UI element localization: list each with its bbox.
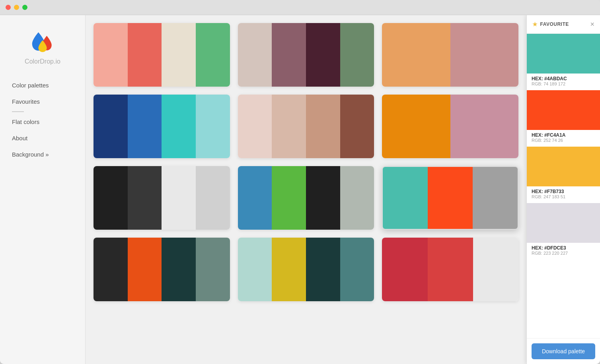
traffic-lights xyxy=(6,5,27,10)
color-swatch xyxy=(340,166,374,230)
color-swatch xyxy=(450,95,518,158)
logo-area: ColorDrop.io xyxy=(0,23,85,73)
panel-color-info: HEX: #F7B733 RGB: 247 183 51 xyxy=(527,186,600,203)
app-body: ColorDrop.io Color palettes Favourites F… xyxy=(0,15,600,364)
color-swatch xyxy=(306,238,340,301)
app-window: ColorDrop.io Color palettes Favourites F… xyxy=(0,0,600,364)
star-icon: ★ xyxy=(532,21,538,27)
palette-card[interactable] xyxy=(382,23,518,87)
color-swatch xyxy=(473,238,518,301)
color-swatch xyxy=(272,23,306,87)
nav-items: Color palettes Favourites Flat colors Ab… xyxy=(0,73,85,167)
panel-color-swatch xyxy=(527,34,600,74)
color-swatch xyxy=(450,23,518,87)
panel-color-item[interactable]: HEX: #FC4A1A RGB: 252 74 26 xyxy=(527,90,600,147)
color-swatch xyxy=(306,166,340,230)
palette-card[interactable] xyxy=(94,95,230,158)
palette-card[interactable] xyxy=(94,23,230,87)
maximize-button[interactable] xyxy=(22,5,27,10)
titlebar xyxy=(0,0,600,15)
color-swatch xyxy=(196,238,230,301)
color-swatch xyxy=(94,238,128,301)
panel-color-swatch xyxy=(527,203,600,243)
color-swatch xyxy=(340,95,374,158)
panel-color-hex: HEX: #DFDCE3 xyxy=(532,245,595,251)
panel-download: Download palette xyxy=(527,338,600,364)
color-swatch xyxy=(94,23,128,87)
main-content xyxy=(86,15,526,364)
color-swatch xyxy=(196,23,230,87)
palette-card[interactable] xyxy=(382,95,518,158)
panel-color-rgb: RGB: 223 220 227 xyxy=(532,251,595,256)
palette-card[interactable] xyxy=(94,238,230,301)
panel-color-hex: HEX: #FC4A1A xyxy=(532,132,595,138)
close-panel-button[interactable]: × xyxy=(590,21,594,28)
color-swatch xyxy=(382,23,450,87)
color-swatch xyxy=(306,23,340,87)
palette-card[interactable] xyxy=(382,238,518,301)
color-swatch xyxy=(162,166,196,230)
panel-color-rgb: RGB: 247 183 51 xyxy=(532,194,595,199)
color-swatch xyxy=(238,238,272,301)
panel-color-item[interactable]: HEX: #4ABDAC RGB: 74 189 172 xyxy=(527,34,600,90)
color-swatch xyxy=(162,95,196,158)
sidebar-item-color-palettes[interactable]: Color palettes xyxy=(0,77,85,93)
palette-card[interactable] xyxy=(238,95,374,158)
color-swatch xyxy=(196,166,230,230)
panel-color-hex: HEX: #4ABDAC xyxy=(532,76,595,81)
panel-colors: HEX: #4ABDAC RGB: 74 189 172 HEX: #FC4A1… xyxy=(527,34,600,338)
color-swatch xyxy=(128,95,162,158)
sidebar-item-favourites[interactable]: Favourites xyxy=(0,93,85,110)
palette-card[interactable] xyxy=(238,23,374,87)
panel-favourite-label: ★ FAVOURITE xyxy=(532,21,569,27)
color-swatch xyxy=(272,238,306,301)
color-swatch xyxy=(128,23,162,87)
color-swatch xyxy=(238,95,272,158)
logo-text: ColorDrop.io xyxy=(25,58,60,65)
color-swatch xyxy=(473,167,518,229)
panel-color-item[interactable]: HEX: #F7B733 RGB: 247 183 51 xyxy=(527,147,600,203)
color-swatch xyxy=(238,23,272,87)
sidebar-item-about[interactable]: About xyxy=(0,130,85,146)
color-swatch xyxy=(272,166,306,230)
panel-color-swatch xyxy=(527,90,600,130)
color-swatch xyxy=(272,95,306,158)
minimize-button[interactable] xyxy=(14,5,19,10)
logo-icon xyxy=(29,27,56,55)
panel-color-info: HEX: #FC4A1A RGB: 252 74 26 xyxy=(527,130,600,147)
color-swatch xyxy=(238,166,272,230)
side-panel: ★ FAVOURITE × HEX: #4ABDAC RGB: 74 189 1… xyxy=(526,15,600,364)
color-swatch xyxy=(94,166,128,230)
panel-color-hex: HEX: #F7B733 xyxy=(532,189,595,194)
panel-color-swatch xyxy=(527,147,600,186)
sidebar-item-background[interactable]: Background » xyxy=(0,146,85,163)
color-swatch xyxy=(306,95,340,158)
panel-color-item[interactable]: HEX: #DFDCE3 RGB: 223 220 227 xyxy=(527,203,600,259)
color-swatch xyxy=(340,23,374,87)
color-swatch xyxy=(428,238,473,301)
color-swatch xyxy=(428,167,473,229)
palette-card[interactable] xyxy=(94,166,230,230)
nav-divider xyxy=(12,111,24,112)
color-swatch xyxy=(94,95,128,158)
panel-color-info: HEX: #DFDCE3 RGB: 223 220 227 xyxy=(527,243,600,259)
color-swatch xyxy=(382,95,450,158)
sidebar-item-flat-colors[interactable]: Flat colors xyxy=(0,114,85,130)
panel-color-rgb: RGB: 74 189 172 xyxy=(532,81,595,86)
sidebar: ColorDrop.io Color palettes Favourites F… xyxy=(0,15,86,364)
color-swatch xyxy=(340,238,374,301)
palette-card[interactable] xyxy=(238,238,374,301)
color-swatch xyxy=(382,238,427,301)
panel-color-info: HEX: #4ABDAC RGB: 74 189 172 xyxy=(527,74,600,90)
panel-color-rgb: RGB: 252 74 26 xyxy=(532,138,595,143)
color-swatch xyxy=(162,23,196,87)
palette-card[interactable] xyxy=(238,166,374,230)
close-button[interactable] xyxy=(6,5,11,10)
palette-card-active[interactable] xyxy=(382,166,518,230)
color-swatch xyxy=(128,238,162,301)
color-swatch xyxy=(196,95,230,158)
color-swatch xyxy=(128,166,162,230)
download-palette-button[interactable]: Download palette xyxy=(532,343,595,359)
panel-header: ★ FAVOURITE × xyxy=(527,15,600,34)
color-swatch xyxy=(162,238,196,301)
